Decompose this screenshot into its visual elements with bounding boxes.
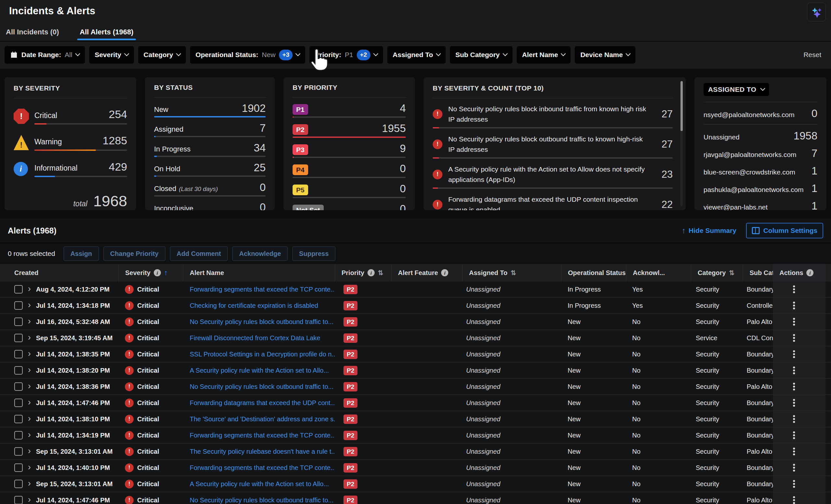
bulk-action-button[interactable]: Assign [64,246,99,261]
alert-name-link[interactable]: Forwarding segments that exceed the TCP … [183,464,335,472]
alert-name-link[interactable]: No Security policy rules block outbound … [183,497,335,504]
kebab-menu-icon[interactable] [793,386,795,388]
kebab-menu-icon[interactable] [793,483,795,485]
alert-name-link[interactable]: No Security policy rules block outbound … [183,383,335,390]
critical-icon: ! [125,318,134,326]
kebab-menu-icon[interactable] [793,288,795,290]
filter-operational-status[interactable]: Operational Status: New +3 [190,46,306,64]
kebab-menu-icon[interactable] [793,353,795,355]
row-expand-chevron-icon[interactable]: › [28,301,31,309]
acknowledged-value: No [626,480,691,488]
filter-label: Alert Name [522,51,558,59]
kebab-menu-icon[interactable] [793,369,795,372]
alert-name-link[interactable]: The 'Source' and 'Destination' address a… [183,415,335,423]
row-checkbox[interactable] [14,382,23,391]
reset-filters-button[interactable]: Reset [803,51,826,59]
row-checkbox[interactable] [14,447,23,456]
row-expand-chevron-icon[interactable]: › [28,480,31,488]
row-checkbox[interactable] [14,431,23,440]
row-expand-chevron-icon[interactable]: › [28,415,31,423]
row-checkbox[interactable] [14,415,23,423]
column-settings-button[interactable]: Column Settings [746,223,823,238]
alert-name-link[interactable]: A Security policy rule with the Action s… [183,367,335,374]
row-expand-chevron-icon[interactable]: › [28,431,31,439]
card-scrollbar-thumb[interactable] [681,81,683,131]
filter-date-range[interactable]: Date Range: All [4,46,85,64]
kebab-menu-icon[interactable] [793,467,795,469]
filter-alert-name[interactable]: Alert Name [517,46,571,64]
operational-status-value: New [561,383,626,390]
column-header-priority[interactable]: Priorityi⇅ [335,264,391,281]
row-checkbox[interactable] [14,398,23,407]
kebab-menu-icon[interactable] [793,321,795,323]
chevron-down-icon [373,51,378,56]
alert-name-link[interactable]: The Security policy rulebase doesn't hav… [183,448,335,455]
column-header-severity[interactable]: Severityi↑ [118,264,183,281]
filter-sub-category[interactable]: Sub Category [450,46,513,64]
filter-assigned-to[interactable]: Assigned To [387,46,446,64]
filter-priority[interactable]: Priority: P1 +2 [310,46,383,64]
alert-name-link[interactable]: Forwarding segments that exceed the TCP … [183,286,335,293]
kebab-menu-icon[interactable] [793,402,795,404]
row-expand-chevron-icon[interactable]: › [28,366,31,374]
kebab-menu-icon[interactable] [793,450,795,452]
alert-name-link[interactable]: Forwarding datagrams that exceed the UDP… [183,399,335,407]
row-expand-chevron-icon[interactable]: › [28,464,31,472]
tab-all-alerts[interactable]: All Alerts (1968) [79,28,135,41]
bulk-action-button[interactable]: Acknowledge [232,246,288,261]
column-header-alert-feature[interactable]: Alert Featurei [391,264,462,281]
row-expand-chevron-icon[interactable]: › [28,447,31,455]
alert-name-link[interactable]: Forwarding segments that exceed the TCP … [183,432,335,439]
column-header-category[interactable]: Category⇅ [691,264,743,281]
column-header-created[interactable]: Created [0,264,118,281]
row-expand-chevron-icon[interactable]: › [28,318,31,326]
column-header-assigned-to[interactable]: Assigned To⇅ [462,264,561,281]
column-header-alert-name[interactable]: Alert Name [183,264,335,281]
row-expand-chevron-icon[interactable]: › [28,334,31,342]
created-timestamp: Jul 14, 2024, 1:34:18 PM [36,302,110,309]
row-checkbox[interactable] [14,366,23,375]
column-header-operational-status[interactable]: Operational Status⇅ [561,264,626,281]
row-checkbox[interactable] [14,480,23,488]
row-checkbox[interactable] [14,496,23,504]
bulk-action-button[interactable]: Change Priority [104,246,165,261]
row-expand-chevron-icon[interactable]: › [28,285,31,293]
row-expand-chevron-icon[interactable]: › [28,496,31,504]
kebab-menu-icon[interactable] [793,434,795,436]
alert-name-link[interactable]: SSL Protocol Settings in a Decryption pr… [183,351,335,358]
bulk-action-button[interactable]: Add Comment [170,246,228,261]
acknowledged-value: No [626,448,691,455]
assignee-count: 0 [811,107,818,120]
row-checkbox[interactable] [14,464,23,472]
row-checkbox[interactable] [14,334,23,342]
card-scrollbar-track[interactable] [681,81,683,206]
row-checkbox[interactable] [14,285,23,294]
alert-table-row: › Jul 14, 2024, 1:34:18 PM ! Critical Ch… [0,298,831,314]
status-bar [154,136,155,137]
top10-row: ! A Security policy rule with the Action… [433,164,673,189]
hide-summary-button[interactable]: ↑ Hide Summary [682,226,736,235]
alert-name-link[interactable]: A Security policy rule with the Action s… [183,480,335,488]
row-checkbox[interactable] [14,350,23,358]
alert-name-link[interactable]: Checking for certificate expiration is d… [183,302,335,309]
ai-copilot-button[interactable] [807,3,826,21]
column-header-acknowledged[interactable]: Acknowl... [626,264,691,281]
kebab-menu-icon[interactable] [793,337,795,339]
kebab-menu-icon[interactable] [793,499,795,501]
filter-severity[interactable]: Severity [89,46,134,64]
kebab-menu-icon[interactable] [793,304,795,306]
priority-badge: P2 [343,350,357,359]
filter-category[interactable]: Category [138,46,186,64]
kebab-menu-icon[interactable] [793,418,795,420]
filter-device-name[interactable]: Device Name [575,46,635,64]
alert-name-link[interactable]: Firewall Disconnected from Cortex Data L… [183,334,335,342]
row-expand-chevron-icon[interactable]: › [28,350,31,358]
assigned-to-dropdown[interactable]: ASSIGNED TO [704,83,769,96]
alert-name-link[interactable]: No Security policy rules block outbound … [183,318,335,326]
bulk-action-button[interactable]: Suppress [292,246,335,261]
tab-all-incidents[interactable]: All Incidents (0) [4,28,60,41]
row-checkbox[interactable] [14,318,23,326]
row-expand-chevron-icon[interactable]: › [28,382,31,390]
row-expand-chevron-icon[interactable]: › [28,398,31,407]
row-checkbox[interactable] [14,301,23,310]
